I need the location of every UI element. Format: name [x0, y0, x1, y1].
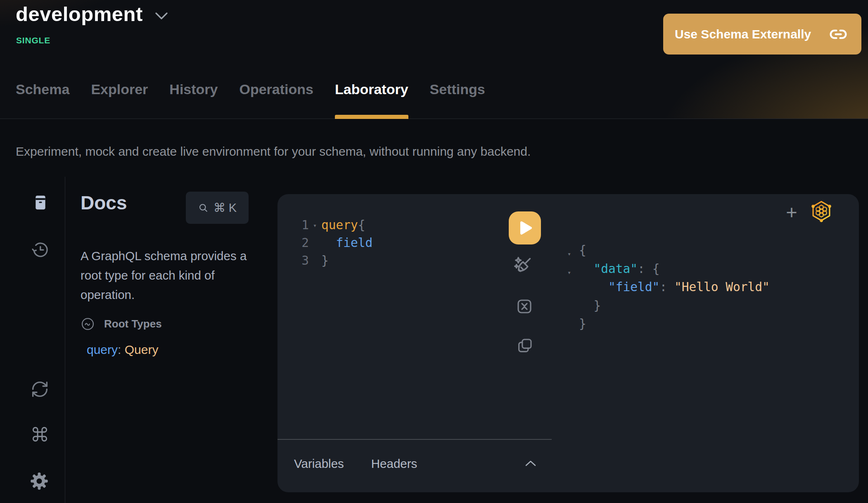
- add-tab-button[interactable]: +: [782, 202, 802, 222]
- editor-tools-tabs: Variables Headers: [294, 457, 417, 471]
- search-shortcut: ⌘ K: [213, 201, 237, 215]
- search-icon: [198, 202, 209, 214]
- link-icon: [828, 25, 849, 43]
- tab-bar: Schema Explorer History Operations Labor…: [16, 81, 485, 119]
- response-punct: }: [579, 299, 601, 313]
- root-type-type: Query: [125, 343, 159, 356]
- tab-variables[interactable]: Variables: [294, 457, 344, 471]
- fold-arrow-icon[interactable]: ▾: [567, 263, 571, 282]
- search-button[interactable]: ⌘ K: [186, 192, 249, 224]
- page-subtitle: Experiment, mock and create live environ…: [16, 145, 531, 159]
- sidebar-item-history[interactable]: [31, 240, 50, 259]
- collapse-tools-button[interactable]: [524, 460, 537, 467]
- copy-query-button[interactable]: [515, 336, 534, 355]
- chevron-down-icon[interactable]: [154, 12, 168, 20]
- root-type-separator: :: [118, 343, 125, 356]
- merge-fragments-button[interactable]: [515, 297, 534, 316]
- response-punct: : {: [638, 262, 659, 276]
- tab-explorer[interactable]: Explorer: [91, 81, 148, 119]
- header: development SINGLE Use Schema Externally…: [0, 0, 868, 119]
- chevron-up-icon: [524, 460, 537, 467]
- docs-panel-title: Docs: [81, 192, 127, 214]
- line-number: 2: [294, 236, 309, 250]
- line-number: 1: [294, 218, 309, 232]
- sidebar-divider: [65, 177, 65, 503]
- hive-logo-icon: [809, 199, 833, 223]
- tab-history[interactable]: History: [169, 81, 218, 119]
- tab-laboratory[interactable]: Laboratory: [335, 81, 408, 119]
- command-icon: [31, 425, 49, 443]
- sidebar-item-settings[interactable]: [30, 472, 49, 491]
- graphiql-panel: 1 ▾ query{ 2 field 3 }: [277, 194, 859, 492]
- response-indent: [579, 280, 608, 294]
- code-token-punct: }: [321, 254, 329, 268]
- copy-icon: [515, 336, 534, 355]
- response-key-data: "data": [594, 262, 638, 276]
- tab-schema[interactable]: Schema: [16, 81, 69, 119]
- response-pane: ▾{ ▾ "data": { "field": "Hello World" } …: [579, 241, 770, 333]
- merge-icon: [515, 297, 534, 316]
- code-token-keyword: query: [321, 218, 358, 232]
- laboratory-page: development SINGLE Use Schema Externally…: [0, 0, 868, 503]
- docs-description: A GraphQL schema provides a root type fo…: [81, 246, 258, 304]
- sidebar-item-shortcuts[interactable]: [31, 425, 49, 443]
- root-type-name: query: [87, 343, 118, 356]
- root-type-query-link[interactable]: query: Query: [87, 343, 158, 357]
- tab-settings[interactable]: Settings: [430, 81, 485, 119]
- use-schema-externally-label: Use Schema Externally: [675, 27, 811, 41]
- execute-query-button[interactable]: [509, 211, 541, 244]
- refresh-icon: [31, 380, 49, 399]
- code-token-field: field: [321, 236, 372, 250]
- root-types-section: Root Types: [81, 317, 162, 331]
- editor-tools-divider: [277, 439, 552, 440]
- prettify-button[interactable]: [512, 254, 535, 278]
- sidebar-item-refetch-schema[interactable]: [31, 380, 49, 399]
- root-types-label: Root Types: [104, 318, 162, 330]
- use-schema-externally-button[interactable]: Use Schema Externally: [663, 14, 861, 55]
- response-value: "Hello World": [674, 280, 770, 294]
- fold-arrow-icon[interactable]: ▾: [313, 222, 317, 229]
- root-types-icon: [81, 317, 95, 331]
- response-key-field: "field": [608, 280, 659, 294]
- environment-badge: SINGLE: [16, 36, 50, 45]
- response-punct: {: [579, 243, 586, 257]
- tab-operations[interactable]: Operations: [240, 81, 313, 119]
- response-punct: }: [579, 317, 586, 331]
- response-indent: [579, 262, 594, 276]
- code-token-punct: {: [358, 218, 365, 232]
- sidebar-item-docs[interactable]: [32, 193, 49, 212]
- content: Docs ⌘ K A GraphQL schema provides a roo…: [0, 173, 868, 503]
- docs-icon: [32, 193, 49, 212]
- prettify-icon: [512, 254, 535, 278]
- history-icon: [31, 240, 50, 259]
- gear-icon: [30, 472, 49, 491]
- page-title: development: [16, 2, 143, 26]
- fold-arrow-icon[interactable]: ▾: [567, 245, 571, 263]
- response-punct: :: [659, 280, 674, 294]
- line-number: 3: [294, 254, 309, 268]
- tab-headers[interactable]: Headers: [371, 457, 417, 471]
- play-icon: [520, 221, 532, 235]
